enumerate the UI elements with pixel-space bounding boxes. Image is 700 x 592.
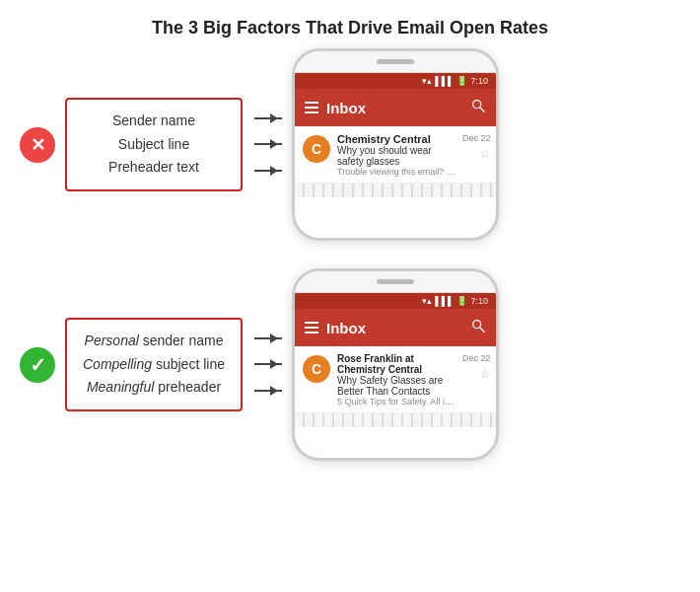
bad-email-item[interactable]: C Chemistry Central Why you should wear … bbox=[295, 126, 496, 184]
good-email-item[interactable]: C Rose Franklin at Chemistry Central Why… bbox=[295, 346, 496, 413]
wifi-icon: ▾▴ bbox=[422, 76, 432, 86]
bad-star: ☆ bbox=[480, 147, 491, 161]
page-title: The 3 Big Factors That Drive Email Open … bbox=[0, 0, 700, 48]
good-sender: Rose Franklin at Chemistry Central bbox=[337, 353, 455, 375]
bad-icon: ✕ bbox=[20, 127, 55, 163]
good-label-box: Personal sender nameCompelling subject l… bbox=[65, 318, 243, 411]
good-icon: ✓ bbox=[20, 347, 55, 383]
phone-speaker-bad bbox=[377, 59, 414, 64]
bad-arrow-1 bbox=[254, 117, 282, 119]
search-icon-bad[interactable] bbox=[470, 98, 486, 117]
good-preview: 5 Quick Tips for Safety. All in favor, s… bbox=[337, 397, 455, 407]
signal-icon: ▌▌▌ bbox=[435, 76, 454, 86]
bad-label-line1: Sender name bbox=[112, 112, 195, 128]
bad-arrow-3 bbox=[254, 170, 282, 172]
battery-icon: 🔋 bbox=[456, 76, 467, 86]
time-good: 7:10 bbox=[470, 296, 488, 306]
inbox-title-bad: Inbox bbox=[326, 100, 366, 116]
status-bar-good: ▾▴ ▌▌▌ 🔋 7:10 bbox=[295, 293, 496, 309]
phone-top-bar-good bbox=[295, 271, 496, 293]
gmail-header-good: Inbox bbox=[295, 309, 496, 346]
good-arrow-2 bbox=[254, 363, 282, 365]
wifi-icon-good: ▾▴ bbox=[422, 296, 432, 306]
svg-line-1 bbox=[480, 108, 485, 112]
inbox-title-good: Inbox bbox=[326, 320, 366, 336]
good-arrow-1 bbox=[254, 337, 282, 339]
good-phone-mockup: ▾▴ ▌▌▌ 🔋 7:10 Inbox C bbox=[292, 268, 499, 461]
gmail-header-left-bad: Inbox bbox=[305, 100, 366, 116]
phone-top-bar-bad bbox=[295, 51, 496, 73]
good-example-row: ✓ Personal sender nameCompelling subject… bbox=[20, 268, 680, 461]
good-email-meta: Dec 22 ☆ bbox=[462, 353, 491, 381]
svg-line-3 bbox=[480, 328, 485, 333]
bad-email-content: Chemistry Central Why you should wear sa… bbox=[337, 133, 455, 177]
gmail-header-bad: Inbox bbox=[295, 89, 496, 126]
hamburger-icon-bad bbox=[305, 102, 318, 113]
bad-label-box: Sender name Subject line Preheader text bbox=[65, 98, 243, 191]
bad-arrows bbox=[254, 106, 282, 185]
bad-phone-mockup: ▾▴ ▌▌▌ 🔋 7:10 Inbox C bbox=[292, 48, 499, 241]
battery-icon-good: 🔋 bbox=[456, 296, 467, 306]
bad-label-line3: Preheader text bbox=[108, 159, 199, 175]
bad-label-line2: Subject line bbox=[118, 136, 189, 152]
bad-subject: Why you should wear safety glasses bbox=[337, 145, 455, 167]
bad-arrow-2 bbox=[254, 143, 282, 145]
good-star: ☆ bbox=[480, 367, 491, 381]
time-bad: 7:10 bbox=[470, 76, 488, 86]
good-arrow-3 bbox=[254, 390, 282, 392]
bad-preview: Trouble viewing this email? View this em… bbox=[337, 167, 455, 177]
section-separator bbox=[20, 251, 680, 259]
main-layout: ✕ Sender name Subject line Preheader tex… bbox=[0, 48, 700, 461]
svg-point-2 bbox=[473, 321, 481, 329]
search-icon-good[interactable] bbox=[470, 318, 486, 337]
gmail-header-left-good: Inbox bbox=[305, 320, 366, 336]
good-avatar: C bbox=[303, 355, 330, 383]
phone-speaker-good bbox=[377, 279, 414, 284]
bad-avatar: C bbox=[303, 135, 330, 163]
good-date: Dec 22 bbox=[462, 353, 491, 363]
bad-sender: Chemistry Central bbox=[337, 133, 455, 145]
bad-date: Dec 22 bbox=[462, 133, 491, 143]
svg-point-0 bbox=[473, 101, 481, 109]
good-email-content: Rose Franklin at Chemistry Central Why S… bbox=[337, 353, 455, 407]
good-subject: Why Safety Glasses are Better Than Conta… bbox=[337, 375, 455, 397]
bad-example-row: ✕ Sender name Subject line Preheader tex… bbox=[20, 48, 680, 241]
bad-email-meta: Dec 22 ☆ bbox=[462, 133, 491, 161]
good-arrows bbox=[254, 326, 282, 405]
bad-wavy-bottom bbox=[295, 184, 496, 197]
good-wavy-bottom bbox=[295, 413, 496, 427]
signal-icon-good: ▌▌▌ bbox=[435, 296, 454, 306]
status-bar-bad: ▾▴ ▌▌▌ 🔋 7:10 bbox=[295, 73, 496, 89]
hamburger-icon-good bbox=[305, 322, 318, 333]
